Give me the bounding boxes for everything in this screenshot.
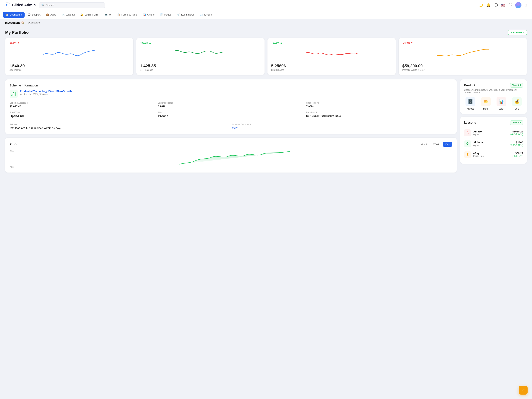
lessons-title: Lessons (464, 121, 476, 124)
product-gold[interactable]: 💰 Gold (512, 97, 522, 110)
add-more-button[interactable]: + Add More (508, 30, 527, 35)
tab-month[interactable]: Month (418, 142, 430, 147)
scheme-grid: Scheme Assetsize $5,037.40 Expencse Rati… (10, 101, 452, 118)
breadcrumb-page: Dashboard (28, 21, 40, 24)
eth-change: +30.2% ▲ (140, 41, 261, 44)
google-logo-icon: G (4, 2, 10, 8)
forms-nav-icon: 📋 (117, 13, 120, 16)
portfolio-header: My Portfolio + Add More (5, 30, 527, 35)
product-view-all-button[interactable]: View All (510, 83, 523, 88)
lesson-amazon: A Amazon Alpha $3580.29 +40.1(2.44%) (464, 127, 523, 138)
usd-change: -15.9% ▼ (402, 41, 523, 44)
amazon-info: Amazon Alpha (473, 130, 508, 136)
product-icons: 🗄️ Market 📂 Bond 📊 Stock 💰 Gold (464, 97, 523, 110)
search-icon: 🔍 (41, 4, 44, 6)
fullscreen-icon[interactable]: ⛶ (508, 3, 512, 7)
product-stock[interactable]: 📊 Stock (497, 97, 506, 110)
profit-panel: Profit Month Week Day 8000 7000 (5, 138, 457, 172)
product-title: Product (464, 84, 475, 87)
scheme-exit-load: Exit load Exit load of 1% if redeemed wi… (10, 123, 230, 129)
portfolio-cards: -25.5% ▼ 1,540.30 LTC Balance (5, 38, 527, 75)
flag-icon[interactable]: 🇺🇸 (501, 3, 505, 7)
portfolio-card-btc: +10.5% ▲ 5.25896 BTC Balance (267, 38, 396, 75)
time-tabs: Month Week Day (418, 142, 452, 147)
profit-title: Profit (10, 143, 17, 146)
moon-icon[interactable]: 🌙 (479, 3, 483, 7)
avatar[interactable] (515, 2, 521, 8)
product-bond[interactable]: 📂 Bond (481, 97, 491, 110)
lessons-view-all-button[interactable]: View All (510, 120, 523, 125)
grid-icon[interactable]: ⊞ (525, 3, 528, 7)
usd-chart (402, 46, 523, 61)
eth-value: 1,425.35 (140, 63, 261, 68)
lessons-header: Lessons View All (464, 120, 523, 125)
profit-chart: 8000 7000 (10, 150, 452, 168)
ecommerce-nav-icon: 🛒 (177, 13, 180, 16)
nav-ecommerce[interactable]: 🛒 Ecommerce (174, 12, 197, 18)
breadcrumb-section: Investment (5, 21, 20, 24)
nav-support[interactable]: 🎧 Support (25, 12, 43, 18)
header-actions: 🌙 🔔 💬 🇺🇸 ⛶ ⊞ (479, 2, 528, 8)
scheme-date: as of 31 Jan 2025 , 5:30 Am (20, 93, 72, 96)
product-card: Product View All Choose your produce,for… (460, 79, 527, 114)
nav-widgets[interactable]: ⚓ Widgets (59, 12, 77, 18)
lesson-alphabet: G Alphabet Alpha $2865 +80.11(9.10%) (464, 138, 523, 149)
charts-nav-icon: 📊 (143, 13, 146, 16)
apps-nav-icon: 📦 (46, 13, 49, 16)
product-market[interactable]: 🗄️ Market (466, 97, 475, 110)
svg-point-3 (516, 6, 520, 8)
eth-label: ETH Balance (140, 69, 261, 71)
alphabet-info: Alphabet Alpha (473, 141, 506, 146)
stock-icon: 📊 (497, 97, 506, 106)
btc-value: 5.25896 (271, 63, 392, 68)
chat-icon[interactable]: 💬 (494, 3, 498, 7)
product-description: Choose your produce,for which Build your… (464, 89, 523, 94)
scheme-name-area: Prudential Technology Direct Plan-Growth… (20, 90, 72, 96)
alphabet-avatar: G (464, 140, 471, 147)
nav-forms-table[interactable]: 📋 Forms & Table (114, 12, 140, 18)
bond-icon: 📂 (481, 97, 491, 106)
nav-emails[interactable]: ✉️ Emails (197, 12, 215, 18)
svg-rect-6 (14, 93, 14, 96)
usd-value: $59,200.00 (402, 63, 523, 68)
scheme-doc: Scheme Document View (232, 123, 452, 129)
scheme-header: Prudential Technology Direct Plan-Growth… (10, 90, 452, 98)
btc-label: BTC Balance (271, 69, 392, 71)
lessons-card: Lessons View All A Amazon Alpha $3580.29… (460, 117, 527, 164)
usd-label: Portfolio Worth in USD (402, 69, 523, 71)
right-panel: Product View All Choose your produce,for… (460, 79, 527, 172)
ltc-value: 1,540.30 (9, 63, 130, 68)
scheme-field-expense: Expencse Ratio 0.96% (158, 101, 304, 108)
ebay-info: eBay Micak Doe (473, 152, 509, 157)
nav-pages[interactable]: 📄 Pages (158, 12, 174, 18)
breadcrumb: Investment 🏠 - Dashboard (0, 19, 532, 26)
tab-week[interactable]: Week (431, 142, 442, 147)
nav-charts[interactable]: 📊 Charts (140, 12, 157, 18)
scheme-icon (10, 90, 18, 98)
ebay-price: $59.29 +66(6.54%) (512, 152, 523, 157)
search-box[interactable]: 🔍 (39, 2, 105, 8)
nav-dashboard[interactable]: 🏠 Dashboard (3, 12, 25, 18)
header: G Gilded Admin 🔍 🌙 🔔 💬 🇺🇸 ⛶ ⊞ (0, 0, 532, 10)
scheme-name: Prudential Technology Direct Plan-Growth… (20, 90, 72, 93)
search-input[interactable] (46, 4, 102, 7)
market-icon: 🗄️ (466, 97, 475, 106)
scheme-field-benchmark: Benchmark S&P BSE IT Total Return Index (306, 111, 452, 118)
tab-day[interactable]: Day (443, 142, 452, 147)
app-title: Gilded Admin (12, 3, 36, 7)
ltc-change: -25.5% ▼ (9, 41, 130, 44)
logo-area: G Gilded Admin (4, 2, 36, 8)
nav-ui[interactable]: 💻 UI (102, 12, 114, 18)
svg-rect-4 (12, 95, 12, 96)
svg-rect-5 (13, 94, 13, 96)
nav-apps[interactable]: 📦 Apps (43, 12, 58, 18)
portfolio-card-eth: +30.2% ▲ 1,425.35 ETH Balance (136, 38, 265, 75)
svg-text:G: G (6, 3, 8, 7)
btc-chart (271, 46, 392, 61)
lesson-ebay: E eBay Micak Doe $59.29 +66(6.54%) (464, 149, 523, 160)
nav-login-error[interactable]: 🔐 Login & Error (78, 12, 102, 18)
bell-icon[interactable]: 🔔 (486, 3, 490, 7)
scheme-doc-link[interactable]: View (232, 127, 452, 129)
bottom-section: Scheme Information Prudential Technology… (5, 79, 527, 172)
ui-nav-icon: 💻 (105, 13, 108, 16)
